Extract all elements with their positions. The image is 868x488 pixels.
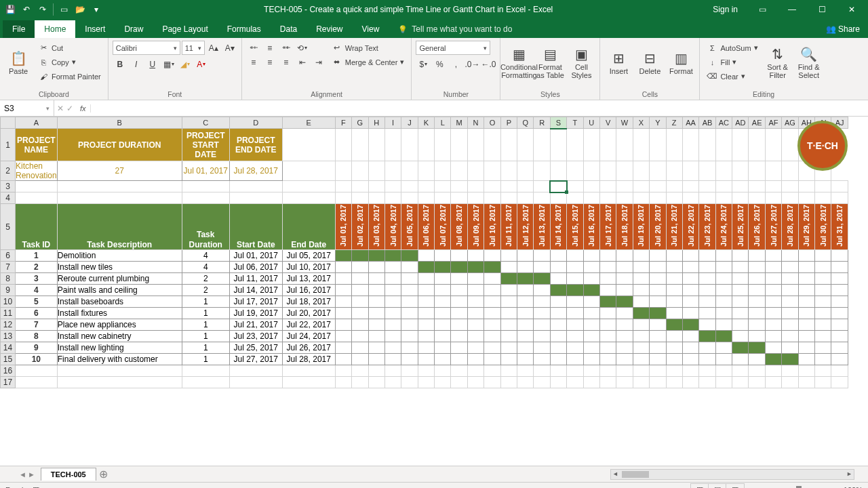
column-header[interactable]: AC [715,117,732,129]
cell[interactable] [435,365,451,377]
row-header[interactable]: 7 [1,262,16,273]
cell[interactable] [583,129,599,161]
cell[interactable] [831,365,848,377]
cell[interactable] [534,319,550,331]
cell[interactable] [650,262,666,273]
cell[interactable] [384,308,401,319]
cell[interactable] [418,365,434,377]
cell[interactable] [798,308,814,319]
column-header[interactable]: K [418,117,434,129]
cell[interactable]: Jul 03, 2017 [368,204,384,250]
cell[interactable] [16,365,58,377]
cell[interactable]: Jul 27, 2017 [229,354,282,365]
cell[interactable]: 4 [182,250,229,262]
align-center-button[interactable]: ≡ [262,55,277,69]
cell[interactable] [435,285,451,296]
macro-record-icon[interactable]: ▦ [33,485,39,488]
cell[interactable] [567,129,583,161]
cell[interactable] [484,181,500,192]
page-layout-view-button[interactable]: ▤ [709,484,726,489]
percent-button[interactable]: % [432,57,447,71]
cell[interactable] [650,192,666,204]
cell[interactable] [616,129,633,161]
cell[interactable] [335,331,351,342]
cell[interactable]: Start Date [229,204,282,250]
cell[interactable]: 1 [182,308,229,319]
align-right-button[interactable]: ≡ [279,55,294,69]
cell[interactable]: Jul 23, 2017 [229,331,282,342]
font-name-combo[interactable]: Calibri [113,41,180,55]
column-header[interactable]: J [401,117,418,129]
column-header[interactable]: I [384,117,401,129]
cell[interactable] [467,273,484,285]
cell[interactable] [666,250,682,262]
cell[interactable] [682,365,698,377]
column-header[interactable]: P [500,117,517,129]
cell[interactable]: 7 [16,319,58,331]
cell[interactable] [682,308,698,319]
cell[interactable] [782,181,798,192]
cell[interactable] [384,365,401,377]
underline-button[interactable]: U [145,57,160,71]
cell[interactable] [418,308,434,319]
cell[interactable] [599,354,616,365]
cell[interactable]: Jul 25, 2017 [229,342,282,354]
row-header[interactable]: 1 [1,129,16,161]
cell[interactable] [401,262,418,273]
cell[interactable] [352,354,368,365]
cell[interactable] [282,129,335,161]
cell[interactable] [583,250,599,262]
cell[interactable] [765,365,781,377]
align-left-button[interactable]: ≡ [246,55,261,69]
cell[interactable] [633,331,649,342]
cell[interactable] [567,365,583,377]
cell[interactable]: Install baseboards [57,296,182,308]
cell[interactable]: Jul 14, 2017 [550,204,566,250]
cell[interactable] [550,129,566,161]
cell[interactable] [682,285,698,296]
enter-formula-button[interactable]: ✓ [66,104,73,113]
cell[interactable] [384,250,401,262]
cell[interactable] [749,308,765,319]
cell[interactable]: 4 [182,262,229,273]
cell[interactable] [335,129,351,161]
cell[interactable] [749,181,765,192]
cell[interactable]: Task ID [16,204,58,250]
accounting-button[interactable]: $ [416,57,431,71]
cell[interactable] [599,308,616,319]
cell[interactable] [666,342,682,354]
cell[interactable] [815,192,831,204]
cell[interactable] [384,161,401,181]
cell[interactable] [749,342,765,354]
cell[interactable]: Jul 08, 2017 [451,204,467,250]
cell[interactable] [650,365,666,377]
cell[interactable] [633,377,649,388]
cell[interactable] [384,192,401,204]
cell[interactable] [368,129,384,161]
cell[interactable] [749,319,765,331]
row-header[interactable]: 17 [1,377,16,388]
cell[interactable]: Final delivery with customer [57,354,182,365]
cell[interactable]: 1 [182,296,229,308]
cell[interactable] [616,285,633,296]
column-header[interactable]: O [484,117,500,129]
share-button[interactable]: Share [818,20,868,38]
cell[interactable] [451,319,467,331]
cell[interactable] [534,250,550,262]
cell[interactable] [583,181,599,192]
cell[interactable] [650,342,666,354]
cell[interactable] [384,377,401,388]
column-header[interactable]: AE [749,117,765,129]
cell[interactable] [782,161,798,181]
row-header[interactable]: 3 [1,181,16,192]
cell[interactable] [583,331,599,342]
cell[interactable] [401,285,418,296]
cell[interactable] [798,319,814,331]
cell[interactable] [451,331,467,342]
cell[interactable] [749,250,765,262]
cell[interactable] [335,181,351,192]
cell[interactable] [451,129,467,161]
cell[interactable] [384,319,401,331]
column-header[interactable]: M [451,117,467,129]
cell[interactable] [831,319,848,331]
